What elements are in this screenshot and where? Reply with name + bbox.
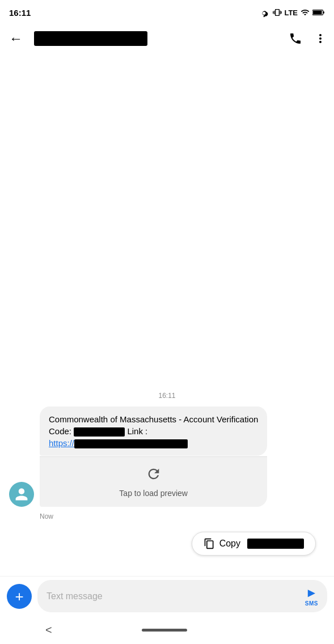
bubble-container: Commonwealth of Massachusetts - Account … (40, 406, 267, 507)
toolbar: ← (0, 23, 334, 54)
toolbar-actions (289, 32, 327, 45)
message-incoming: Commonwealth of Massachusetts - Account … (9, 406, 325, 507)
plus-icon: + (15, 589, 23, 604)
link-text[interactable]: https:// (49, 438, 74, 448)
battery-icon (312, 9, 325, 16)
copy-value-redacted (247, 539, 304, 549)
key-icon (261, 8, 270, 17)
message-bubble: Commonwealth of Massachusetts - Account … (40, 406, 267, 456)
link-label: Link : (127, 426, 147, 436)
code-redacted (74, 427, 125, 437)
nav-bar: < (0, 616, 334, 644)
message-time-label: Now (9, 512, 325, 520)
message-timestamp: 16:11 (9, 392, 325, 400)
send-sms-button[interactable]: ► SMS (305, 586, 318, 607)
more-options-icon[interactable] (314, 32, 327, 45)
chat-area: 16:11 Commonwealth of Massachusetts - Ac… (0, 54, 334, 570)
refresh-icon (49, 466, 258, 485)
avatar-icon (14, 487, 29, 502)
signal-icon (300, 8, 310, 17)
link-preview[interactable]: Tap to load preview (40, 456, 267, 507)
copy-row: Copy (9, 526, 325, 561)
nav-back-button[interactable]: < (45, 624, 52, 637)
preview-text: Tap to load preview (49, 489, 258, 498)
nav-home-bar[interactable] (142, 629, 187, 632)
send-arrow-icon: ► (306, 586, 318, 600)
contact-name-redacted (34, 31, 147, 46)
text-input[interactable]: Text message (46, 591, 103, 601)
copy-button[interactable]: Copy (192, 532, 316, 556)
status-icons: LTE (261, 8, 325, 17)
svg-rect-1 (323, 11, 324, 13)
send-label: SMS (305, 600, 318, 607)
lte-label: LTE (284, 9, 298, 17)
avatar (9, 482, 34, 507)
copy-label: Copy (219, 539, 240, 549)
svg-rect-2 (313, 11, 322, 15)
status-bar: 16:11 LTE (0, 0, 334, 23)
phone-icon[interactable] (289, 32, 302, 45)
add-attachment-button[interactable]: + (7, 584, 32, 609)
status-time: 16:11 (9, 8, 31, 18)
vibrate-icon (273, 8, 282, 17)
link-redacted (74, 439, 188, 448)
back-button[interactable]: ← (7, 28, 25, 49)
message-text: Commonwealth of Massachusetts - Account … (49, 414, 258, 448)
text-input-wrapper[interactable]: Text message ► SMS (37, 580, 327, 612)
input-bar: + Text message ► SMS (0, 576, 334, 616)
copy-icon (204, 538, 215, 549)
